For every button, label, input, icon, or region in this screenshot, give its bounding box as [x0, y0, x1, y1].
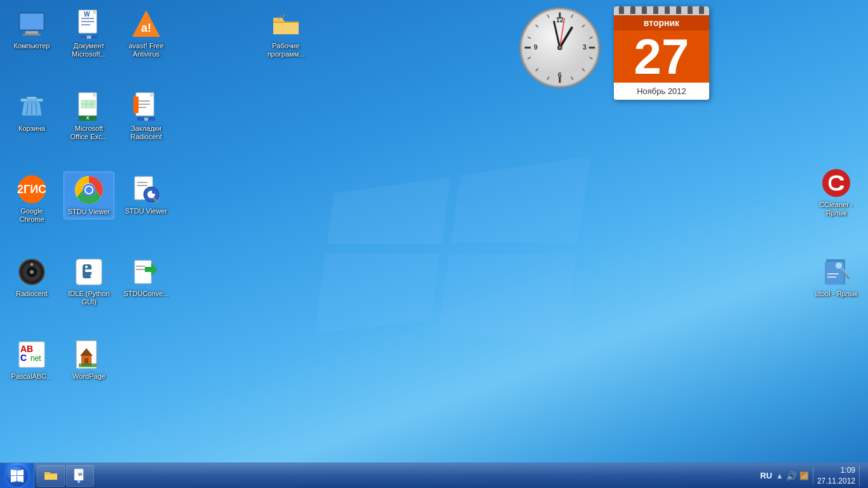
- language-indicator[interactable]: RU: [760, 471, 772, 480]
- folder-icon: [271, 9, 301, 39]
- svg-rect-2: [25, 31, 38, 34]
- taskbar-right: RU ▲ 🔊 📶 1:09 27.11.2012: [755, 463, 868, 488]
- svg-text:W: W: [84, 11, 90, 18]
- word-taskbar-icon: W W: [72, 468, 88, 484]
- icon-idle[interactable]: IDLE (Python GUI): [64, 254, 114, 309]
- icon-radiocent[interactable]: Radiocent: [6, 254, 57, 301]
- svg-rect-33: [81, 104, 86, 108]
- svg-rect-67: [137, 185, 147, 186]
- icon-wordpage[interactable]: WordPage: [64, 337, 114, 383]
- svg-rect-36: [92, 104, 95, 108]
- icon-bookmarks[interactable]: W Закладки Radiocent: [121, 89, 172, 144]
- windows-logo-icon: [10, 469, 24, 483]
- systray-expand-button[interactable]: ▲: [776, 471, 783, 480]
- wordpage-icon: [74, 339, 104, 370]
- svg-text:C: C: [20, 353, 27, 363]
- taskbar-word-button[interactable]: W W: [66, 465, 94, 487]
- svg-rect-1: [20, 14, 43, 29]
- svg-text:12: 12: [556, 16, 564, 24]
- svg-point-44: [90, 274, 93, 277]
- 2gis-icon: 2ГИС: [17, 174, 47, 205]
- word-doc-icon: W W: [74, 9, 104, 39]
- svg-rect-59: [139, 104, 150, 105]
- icon-chrome[interactable]: STDU Viewer: [64, 172, 114, 219]
- calendar-widget: вторник 27 Ноябрь 2012: [614, 6, 709, 100]
- icon-recycle[interactable]: Корзина: [6, 89, 57, 135]
- icon-workprograms-label: Рабочие программ...: [263, 42, 309, 58]
- icon-ccleaner[interactable]: CCleaner - Ярлык: [811, 165, 862, 220]
- svg-text:a!: a!: [141, 22, 151, 34]
- icon-document-label: Документ Microsoft...: [66, 42, 112, 58]
- icon-ccleaner-label: CCleaner - Ярлык: [813, 201, 859, 217]
- svg-rect-32: [86, 100, 92, 104]
- calendar-month-year: Ноябрь 2012: [614, 83, 709, 100]
- svg-rect-66: [137, 182, 147, 183]
- taskbar-pinned-buttons: W W: [34, 463, 97, 488]
- clock-face: 12 3 6 9: [519, 6, 601, 89]
- system-tray: ▲ 🔊 📶: [776, 471, 809, 481]
- icon-recycle-label: Корзина: [18, 125, 45, 133]
- taskbar: W W RU ▲ 🔊 📶 1:09 27.11.2012: [0, 463, 868, 488]
- svg-line-73: [282, 14, 285, 19]
- svg-rect-71: [136, 269, 145, 270]
- stdu-icon: [131, 174, 161, 205]
- svg-text:W: W: [86, 34, 92, 39]
- taskbar-clock[interactable]: 1:09 27.11.2012: [817, 465, 855, 487]
- volume-icon[interactable]: 🔊: [786, 471, 797, 481]
- icon-idle-label: IDLE (Python GUI): [66, 290, 112, 306]
- excel-icon: X: [74, 92, 104, 122]
- explorer-icon: [43, 468, 58, 484]
- start-button[interactable]: [0, 463, 34, 489]
- icon-pascal[interactable]: AB C net PascalABC...: [6, 337, 57, 383]
- icon-bookmarks-label: Закладки Radiocent: [123, 125, 169, 141]
- svg-rect-79: [827, 273, 839, 274]
- svg-rect-54: [150, 93, 154, 97]
- svg-text:X: X: [86, 115, 90, 121]
- icon-avast[interactable]: a! avast! Free Antivirus: [121, 6, 172, 61]
- icon-2gis[interactable]: 2ГИС Google Chrome: [6, 172, 57, 226]
- network-icon[interactable]: 📶: [799, 471, 809, 480]
- svg-rect-48: [85, 358, 88, 363]
- icon-avast-label: avast! Free Antivirus: [123, 42, 169, 58]
- radiocent-icon: [17, 257, 47, 287]
- taskbar-explorer-button[interactable]: [37, 465, 65, 487]
- svg-text:W: W: [78, 472, 83, 477]
- ccleaner-icon: [821, 168, 851, 198]
- svg-rect-31: [81, 100, 86, 104]
- svg-rect-34: [86, 104, 92, 108]
- svg-point-43: [85, 266, 88, 268]
- icon-stdu-label: STDU Viewer: [125, 207, 167, 215]
- desktop: Компьютер Корзина 2ГИС Google Chrome: [0, 0, 868, 463]
- icon-computer-label: Компьютер: [14, 42, 50, 50]
- icon-wordpage-label: WordPage: [72, 372, 105, 381]
- svg-text:2ГИС: 2ГИС: [17, 183, 46, 196]
- svg-point-15: [31, 263, 33, 266]
- icon-computer[interactable]: Компьютер: [6, 6, 57, 53]
- svg-rect-3: [23, 34, 41, 36]
- icon-stdu[interactable]: STDU Viewer: [121, 172, 172, 218]
- icon-2gis-label: Google Chrome: [9, 207, 55, 224]
- icon-document[interactable]: W W Документ Microsoft...: [64, 6, 114, 61]
- icon-excel-label: Microsoft Office Exc...: [66, 125, 112, 141]
- computer-icon: [17, 9, 47, 39]
- python-icon: [74, 257, 104, 287]
- start-orb: [6, 465, 28, 487]
- icon-radiocent-label: Radiocent: [16, 290, 48, 298]
- svg-rect-60: [139, 107, 146, 108]
- icon-stduconv[interactable]: STDUConve...: [121, 254, 172, 301]
- svg-point-74: [822, 169, 850, 197]
- svg-text:net: net: [31, 354, 41, 363]
- svg-point-107: [559, 46, 561, 49]
- calendar-day: 27: [614, 30, 709, 83]
- icon-excel[interactable]: X Microsoft Office Exc...: [64, 89, 114, 144]
- svg-rect-25: [81, 21, 94, 22]
- show-desktop-button[interactable]: [859, 466, 863, 486]
- clock-widget: 12 3 6 9: [519, 6, 601, 92]
- taskbar-time: 1:09: [817, 465, 855, 476]
- icon-workprograms[interactable]: Рабочие программ...: [261, 6, 311, 61]
- bookmarks-icon: W: [131, 92, 161, 122]
- icon-stduconv-label: STDUConve...: [124, 290, 169, 298]
- svg-rect-35: [92, 100, 95, 104]
- icon-chrome-label: STDU Viewer: [68, 208, 110, 216]
- icon-utool[interactable]: utool - Ярлык: [811, 254, 862, 301]
